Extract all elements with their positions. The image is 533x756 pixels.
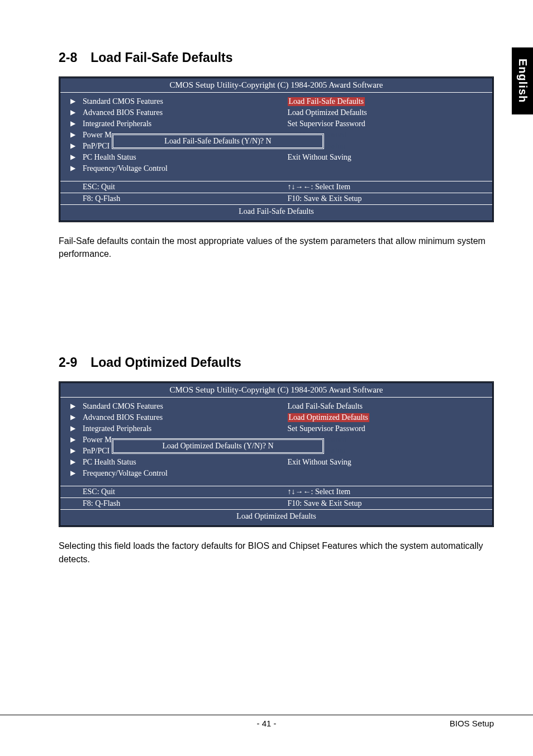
bios-title-bar: CMOS Setup Utility-Copyright (C) 1984-20… (60, 78, 492, 93)
menu-frequency-voltage[interactable]: ▶Frequency/Voltage Control (83, 468, 270, 479)
hint-qflash: F8: Q-Flash (60, 498, 277, 509)
menu-pc-health[interactable]: ▶PC Health Status (83, 152, 270, 163)
submenu-arrow-icon: ▶ (70, 447, 75, 455)
submenu-arrow-icon: ▶ (70, 142, 75, 150)
bios-screen-optimized: CMOS Setup Utility-Copyright (C) 1984-20… (59, 381, 494, 527)
submenu-arrow-icon: ▶ (70, 469, 75, 477)
submenu-arrow-icon: ▶ (70, 131, 75, 139)
bios-help-bar: Load Optimized Defaults (60, 509, 492, 525)
hint-save-exit: F10: Save & Exit Setup (277, 193, 493, 204)
submenu-arrow-icon: ▶ (70, 119, 75, 128)
submenu-arrow-icon: ▶ (70, 424, 75, 433)
section-28-description: Fail-Safe defaults contain the most appr… (59, 235, 494, 260)
hint-esc-quit: ESC: Quit (60, 181, 277, 193)
page-number: - 41 - (256, 719, 276, 728)
menu-advanced-bios[interactable]: ▶Advanced BIOS Features (83, 107, 270, 118)
page-footer: - 41 - BIOS Setup (0, 715, 533, 728)
submenu-arrow-icon: ▶ (70, 458, 75, 466)
menu-standard-cmos[interactable]: ▶Standard CMOS Features (83, 96, 270, 107)
hint-select-item: ↑↓→←: Select Item (277, 486, 493, 497)
bios-key-hints-row2: F8: Q-Flash F10: Save & Exit Setup (60, 193, 492, 204)
section-heading-28: 2-8Load Fail-Safe Defaults (59, 50, 494, 65)
bios-key-hints-row1: ESC: Quit ↑↓→←: Select Item (60, 486, 492, 497)
section-29-description: Selecting this field loads the factory d… (59, 539, 494, 565)
menu-load-optimized[interactable]: Load Optimized Defaults (288, 107, 486, 118)
bios-screen-failsafe: CMOS Setup Utility-Copyright (C) 1984-20… (59, 76, 494, 222)
submenu-arrow-icon: ▶ (70, 413, 75, 422)
hint-save-exit: F10: Save & Exit Setup (277, 498, 493, 509)
submenu-arrow-icon: ▶ (70, 436, 75, 444)
menu-supervisor-password[interactable]: Set Supervisor Password (288, 118, 486, 130)
menu-frequency-voltage[interactable]: ▶Frequency/Voltage Control (83, 163, 270, 174)
menu-integrated-peripherals[interactable]: ▶Integrated Peripherals (83, 423, 270, 434)
menu-exit-without-saving[interactable]: Exit Without Saving (288, 457, 486, 468)
menu-standard-cmos[interactable]: ▶Standard CMOS Features (83, 401, 270, 412)
language-tab: English (512, 47, 533, 114)
section-num: 2-9 (59, 355, 77, 370)
submenu-arrow-icon: ▶ (70, 153, 75, 161)
menu-exit-without-saving[interactable]: Exit Without Saving (288, 152, 486, 163)
hint-select-item: ↑↓→←: Select Item (277, 181, 493, 193)
bios-title-bar: CMOS Setup Utility-Copyright (C) 1984-20… (60, 383, 492, 398)
hint-esc-quit: ESC: Quit (60, 486, 277, 497)
menu-load-failsafe[interactable]: Load Fail-Safe Defaults (288, 96, 486, 107)
menu-load-failsafe[interactable]: Load Fail-Safe Defaults (288, 401, 486, 412)
submenu-arrow-icon: ▶ (70, 97, 75, 106)
footer-section-name: BIOS Setup (450, 719, 494, 728)
confirm-dialog-optimized[interactable]: Load Optimized Defaults (Y/N)? N (112, 438, 324, 454)
section-num: 2-8 (59, 50, 77, 65)
submenu-arrow-icon: ▶ (70, 108, 75, 117)
menu-pc-health[interactable]: ▶PC Health Status (83, 457, 270, 468)
bios-key-hints-row1: ESC: Quit ↑↓→←: Select Item (60, 181, 492, 193)
section-title: Load Fail-Safe Defaults (91, 50, 232, 65)
menu-supervisor-password[interactable]: Set Supervisor Password (288, 423, 486, 434)
submenu-arrow-icon: ▶ (70, 164, 75, 173)
section-heading-29: 2-9Load Optimized Defaults (59, 355, 494, 370)
bios-help-bar: Load Fail-Safe Defaults (60, 204, 492, 221)
section-title: Load Optimized Defaults (91, 355, 241, 370)
menu-integrated-peripherals[interactable]: ▶Integrated Peripherals (83, 118, 270, 130)
confirm-dialog-failsafe[interactable]: Load Fail-Safe Defaults (Y/N)? N (112, 133, 324, 149)
hint-qflash: F8: Q-Flash (60, 193, 277, 204)
menu-advanced-bios[interactable]: ▶Advanced BIOS Features (83, 412, 270, 423)
menu-load-optimized[interactable]: Load Optimized Defaults (288, 412, 486, 423)
submenu-arrow-icon: ▶ (70, 402, 75, 410)
bios-key-hints-row2: F8: Q-Flash F10: Save & Exit Setup (60, 497, 492, 509)
